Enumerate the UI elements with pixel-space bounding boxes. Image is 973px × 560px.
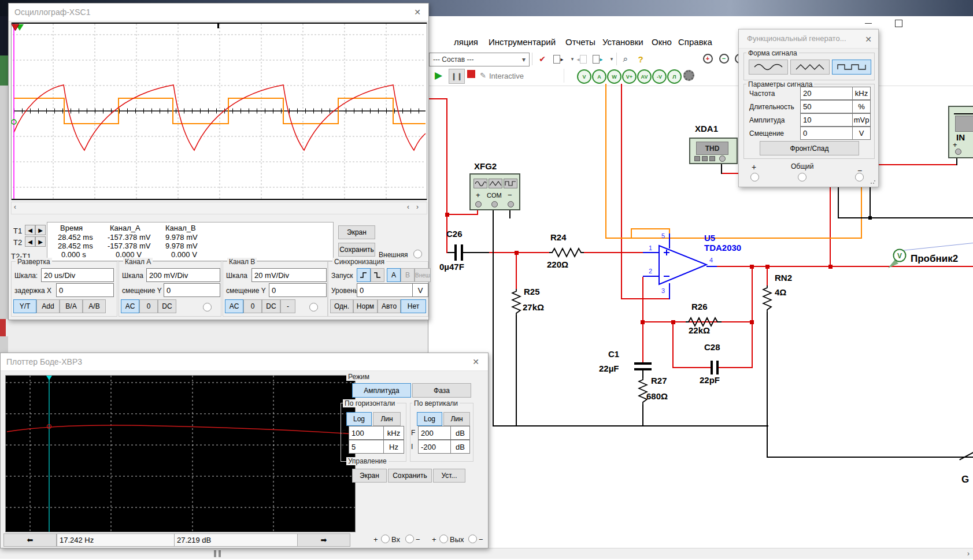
wire[interactable] — [672, 322, 674, 368]
cursor-left-button[interactable]: ⬅ — [3, 533, 57, 547]
oscilloscope-plot[interactable] — [11, 23, 427, 200]
vertical-i-unit[interactable]: dB — [450, 440, 470, 454]
wire[interactable] — [489, 252, 549, 253]
bode-settings-button[interactable]: Уст... — [433, 469, 465, 483]
terminal-common-radio[interactable] — [798, 173, 806, 181]
t1-right-button[interactable]: ▶ — [35, 225, 46, 235]
vertical-f-unit[interactable]: dB — [450, 426, 470, 440]
current-probe-icon[interactable]: A — [592, 69, 606, 84]
in-terminal[interactable] — [955, 149, 961, 155]
vertical-f-field[interactable]: 200 — [418, 426, 453, 440]
voltage-current-probe-icon[interactable]: AV — [637, 69, 652, 84]
scroll-right-icon[interactable]: › — [967, 550, 970, 558]
wire[interactable] — [642, 277, 643, 322]
differential-probe-icon[interactable]: -V — [652, 69, 667, 84]
distortion-analyzer-XDA1[interactable]: THD — [689, 138, 738, 164]
channel-a-radio[interactable] — [203, 303, 212, 311]
wire[interactable] — [516, 253, 517, 289]
wire[interactable] — [493, 425, 768, 427]
wire[interactable] — [838, 186, 839, 218]
wire[interactable] — [830, 186, 831, 267]
wire[interactable] — [605, 84, 606, 239]
xfg2-minus-terminal[interactable] — [508, 201, 514, 207]
yt-mode-button[interactable]: Y/T — [13, 299, 36, 313]
capacitor-C1[interactable] — [634, 362, 652, 370]
find-icon[interactable]: ⌕ — [620, 53, 631, 65]
zoom-out-icon[interactable]: − — [718, 53, 730, 64]
wire[interactable] — [516, 315, 517, 427]
menu-item-reports[interactable]: Отчеты — [565, 37, 595, 47]
scroll-left-icon[interactable]: ‹ — [407, 203, 409, 211]
erc-check-icon[interactable]: ✔ — [537, 53, 548, 65]
scroll-left-icon[interactable]: ‹ — [14, 203, 16, 211]
vertical-lin-button[interactable]: Лин — [443, 412, 470, 426]
composition-combobox[interactable]: --- Состав --- ▾ — [429, 53, 530, 66]
wire[interactable] — [493, 207, 494, 427]
trigger-falling-edge-button[interactable] — [371, 268, 384, 282]
export-forward-icon[interactable]: ▸ — [553, 53, 564, 65]
channel-b-minus-button[interactable]: - — [280, 299, 295, 313]
instrument-IN[interactable]: IN + — [948, 106, 973, 158]
offset-field[interactable]: 0 — [800, 127, 854, 140]
xfg2-com-terminal[interactable] — [491, 201, 498, 207]
wire[interactable] — [870, 186, 871, 218]
out-minus-radio[interactable] — [468, 535, 477, 543]
frequency-field[interactable]: 20 — [800, 87, 854, 100]
wire[interactable] — [643, 276, 659, 277]
terminal-minus-radio[interactable] — [855, 173, 864, 181]
terminal-plus-radio[interactable] — [750, 173, 759, 181]
timebase-delay-field[interactable]: 0 — [56, 283, 114, 297]
horizontal-i-unit[interactable]: Hz — [383, 440, 404, 454]
bode-plot[interactable] — [5, 375, 356, 532]
timebase-scale-field[interactable]: 20 us/Div — [41, 268, 114, 282]
horizontal-log-button[interactable]: Log — [346, 412, 372, 426]
digital-probe-icon[interactable]: Л — [667, 69, 682, 84]
sine-wave-button[interactable] — [749, 60, 788, 75]
wire[interactable] — [631, 228, 670, 229]
wire[interactable] — [642, 405, 643, 427]
wire[interactable] — [767, 266, 768, 287]
opamp-U5[interactable] — [658, 230, 710, 302]
pause-button[interactable]: ❙❙ — [449, 69, 465, 84]
capacitor-C28[interactable] — [711, 361, 719, 374]
horizontal-f-unit[interactable]: kHz — [383, 426, 404, 440]
horizontal-i-field[interactable]: 5 — [349, 440, 386, 454]
ba-mode-button[interactable]: B/A — [60, 299, 83, 313]
plot-scrollbar[interactable]: ‹ ‹ › — [11, 202, 427, 214]
wire[interactable] — [717, 367, 753, 368]
wire[interactable] — [447, 214, 478, 215]
triangle-wave-button[interactable] — [790, 60, 830, 75]
wire[interactable] — [643, 252, 659, 253]
vertical-i-field[interactable]: -200 — [418, 440, 453, 454]
edge-button[interactable]: Фронт/Спад — [760, 141, 859, 155]
amplitude-field[interactable]: 10 — [800, 113, 854, 127]
trigger-source-a-button[interactable]: A — [387, 268, 401, 282]
wire[interactable] — [642, 322, 643, 363]
wire[interactable] — [861, 186, 862, 239]
out-plus-radio[interactable] — [439, 535, 448, 543]
run-button[interactable]: ▶ — [435, 69, 442, 81]
channel-b-scale-field[interactable]: 20 mV/Div — [251, 268, 327, 282]
channel-b-zero-button[interactable]: 0 — [243, 299, 262, 313]
export-teal-icon[interactable]: ▸ — [592, 53, 604, 65]
ab-mode-button[interactable]: A/B — [83, 299, 106, 313]
bode-screen-button[interactable]: Экран — [352, 469, 387, 483]
scroll-right-icon[interactable]: › — [416, 203, 419, 211]
channel-a-ac-button[interactable]: AC — [121, 299, 139, 313]
menu-item-window[interactable]: Окно — [652, 37, 672, 47]
scrollbar-thumb-fragment[interactable] — [214, 550, 216, 557]
trigger-rising-edge-button[interactable] — [357, 268, 371, 282]
voltage-probe-icon[interactable]: V — [577, 69, 591, 84]
interactive-label[interactable]: Interactive — [489, 72, 524, 80]
zoom-in-icon[interactable]: + — [702, 53, 713, 64]
xfg2-plus-terminal[interactable] — [475, 201, 482, 207]
channel-a-offset-field[interactable]: 0 — [164, 283, 220, 297]
oscilloscope-window[interactable]: Осциллограф-XSC1 ✕ — [8, 3, 429, 320]
oscilloscope-titlebar[interactable]: Осциллограф-XSC1 ✕ — [9, 3, 428, 21]
wire[interactable] — [463, 252, 489, 253]
channel-b-offset-field[interactable]: 0 — [269, 283, 327, 297]
wire[interactable] — [717, 266, 973, 267]
dropdown-caret-icon[interactable]: ▾ — [606, 53, 617, 65]
trigger-source-ext-button[interactable]: Внеш — [415, 268, 431, 282]
magnitude-button[interactable]: Амплитуда — [352, 383, 411, 398]
